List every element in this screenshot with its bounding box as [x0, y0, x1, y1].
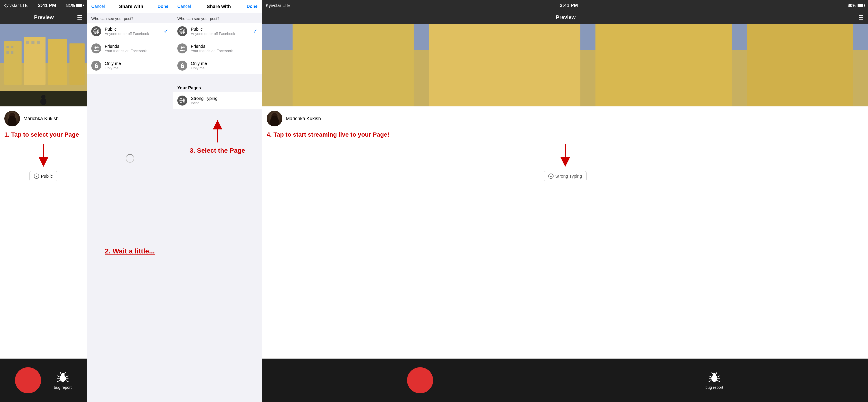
svg-rect-7 [6, 45, 9, 48]
user-row-1: Marichka Kukish [0, 106, 87, 129]
select-page-area: 3. Select the Page [173, 109, 262, 402]
your-pages-header-2: Your Pages [173, 83, 262, 92]
bug-label-4: bug report [706, 385, 723, 390]
option-friends-2[interactable]: Friends Your friends on Facebook [173, 40, 262, 57]
hamburger-icon-1[interactable]: ☰ [77, 14, 82, 21]
option-public-2[interactable]: Public Anyone on or off Facebook ✓ [173, 23, 262, 40]
svg-rect-51 [429, 24, 580, 106]
svg-point-14 [40, 98, 46, 105]
option-text-public-2: Public Anyone on or off Facebook [191, 27, 249, 36]
avatar-1 [4, 111, 20, 126]
option-text-friends-2: Friends Your friends on Facebook [191, 44, 257, 53]
instruction-4: 4. Tap to start streaming live to your P… [262, 129, 868, 142]
hamburger-icon-4[interactable]: ☰ [858, 14, 864, 21]
battery-fill-4 [858, 4, 863, 7]
instruction-1: 1. Tap to select your Page [0, 129, 87, 142]
option-onlyme-2[interactable]: Only me Only me [173, 57, 262, 74]
spacer-1 [0, 186, 87, 359]
svg-rect-53 [747, 24, 853, 106]
svg-line-65 [709, 376, 711, 377]
battery-icon-4 [858, 4, 865, 7]
svg-rect-12 [32, 41, 35, 44]
option-title-friends-1: Friends [105, 44, 168, 49]
dialog2-done[interactable]: Done [247, 4, 257, 9]
arrow-head-1 [39, 157, 48, 167]
dialog1-cancel[interactable]: Cancel [91, 4, 105, 9]
svg-line-70 [717, 380, 720, 382]
option-title-public-2: Public [191, 27, 249, 32]
option-text-public-1: Public Anyone on or off Facebook [105, 27, 160, 36]
option-strong-typing[interactable]: Strong Typing Band [173, 92, 262, 109]
record-button-4[interactable] [407, 367, 433, 393]
dialog1-question: Who can see your post? [87, 13, 173, 23]
option-title-strong-typing: Strong Typing [191, 96, 257, 101]
option-title-friends-2: Friends [191, 44, 257, 49]
bottom-toolbar-4: bug report [262, 359, 868, 402]
arrow-down-area-1 [0, 142, 87, 171]
svg-rect-5 [48, 39, 67, 85]
option-subtitle-strong-typing: Band [191, 101, 257, 105]
arrow-head-4 [560, 157, 570, 167]
dialog2-question: Who can see your post? [173, 13, 262, 23]
svg-line-18 [57, 376, 60, 377]
svg-point-15 [41, 95, 45, 99]
bug-label-1: bug report [54, 385, 72, 390]
svg-line-71 [712, 372, 713, 374]
nav-title-4: Preview [556, 14, 576, 21]
option-title-onlyme-2: Only me [191, 61, 257, 66]
svg-rect-6 [69, 43, 85, 85]
arrow-down-4 [560, 144, 570, 167]
pages-list-2: Strong Typing Band [173, 92, 262, 109]
option-public-1[interactable]: Public Anyone on or off Facebook ✓ [87, 23, 173, 40]
option-subtitle-onlyme-1: Only me [105, 66, 168, 70]
lock-svg-2 [179, 63, 185, 69]
dialog1-header: Cancel Share with Done [87, 0, 173, 13]
strong-typing-button-row: ● Strong Typing [262, 171, 868, 186]
option-text-friends-1: Friends Your friends on Facebook [105, 44, 168, 53]
strong-typing-label: Strong Typing [555, 174, 582, 179]
arrow-stem-up-2 [217, 129, 218, 142]
globe-option-icon-2 [177, 26, 187, 36]
dialog2-cancel[interactable]: Cancel [177, 4, 191, 9]
time-4: 2:41 PM [560, 3, 578, 8]
status-bar-4: Kyivstar LTE 2:41 PM 80% [262, 0, 868, 11]
bug-report-4[interactable]: bug report [706, 371, 723, 390]
record-button-1[interactable] [15, 367, 41, 393]
avatar-silhouette-4 [270, 115, 279, 126]
option-onlyme-1[interactable]: Only me Only me [87, 57, 173, 74]
svg-line-67 [709, 380, 711, 382]
strong-typing-button[interactable]: ● Strong Typing [544, 171, 587, 181]
hero-svg-4 [262, 24, 868, 106]
arrow-down-area-4 [262, 142, 868, 171]
bug-report-1[interactable]: bug report [54, 371, 72, 390]
svg-line-72 [716, 372, 717, 374]
avatar-4 [267, 111, 282, 126]
arrow-down-1 [39, 144, 48, 167]
public-button-1[interactable]: ● Public [29, 171, 57, 181]
battery-area-1: 81% [66, 3, 83, 8]
screen1-panel: Kyivstar LTE 2:41 PM 81% Preview ☰ [0, 0, 87, 402]
hero-image-1 [0, 24, 87, 106]
option-subtitle-public-1: Anyone on or off Facebook [105, 32, 160, 36]
dialog1-panel: Cancel Share with Done Who can see your … [87, 0, 173, 402]
battery-area-4: 80% [847, 3, 865, 8]
option-friends-1[interactable]: Friends Your friends on Facebook [87, 40, 173, 57]
svg-rect-11 [26, 41, 29, 44]
time-1: 2:41 PM [38, 3, 56, 8]
option-text-strong-typing: Strong Typing Band [191, 96, 257, 105]
svg-rect-8 [11, 45, 13, 48]
wait-text-1: 2. Wait a little... [87, 243, 173, 260]
battery-percent-1: 81% [66, 3, 75, 8]
svg-line-23 [66, 380, 68, 382]
carrier-1: Kyivstar LTE [3, 3, 28, 8]
dialog1-done[interactable]: Done [158, 4, 168, 9]
bug-icon-4 [708, 371, 721, 384]
dialog2-panel: Cancel Share with Done Who can see your … [173, 0, 262, 402]
svg-rect-9 [6, 51, 9, 54]
option-subtitle-friends-1: Your friends on Facebook [105, 49, 168, 53]
option-title-onlyme-1: Only me [105, 61, 168, 66]
page-globe-svg-2 [179, 98, 185, 104]
arrow-head-up-2 [213, 120, 222, 129]
option-subtitle-onlyme-2: Only me [191, 66, 257, 70]
svg-point-34 [96, 66, 97, 67]
